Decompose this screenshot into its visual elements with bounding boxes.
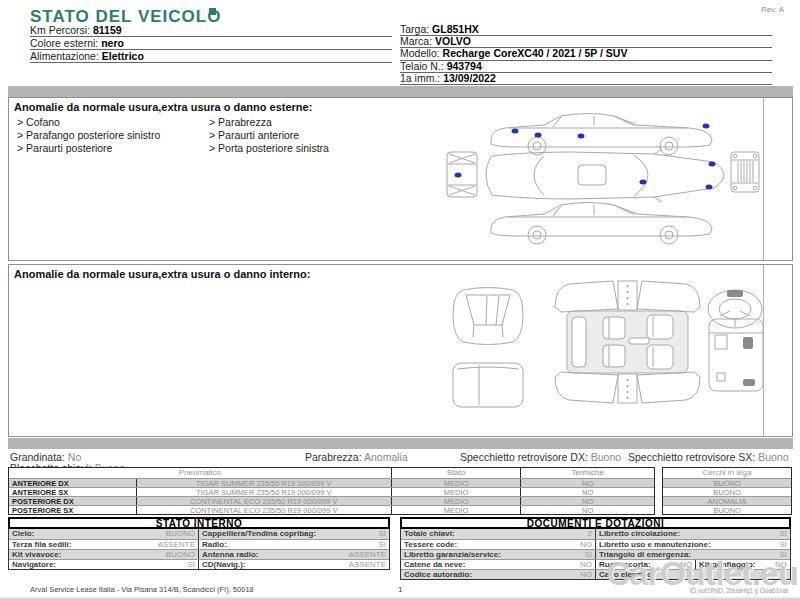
- col-termiche: Termiche: [521, 468, 654, 478]
- alloy-row: BUONO: [663, 487, 791, 496]
- side-view-bottom: [491, 203, 712, 245]
- footer-address: Arval Service Lease Italia - Via Pisana …: [30, 585, 254, 594]
- table-row: Cielo:BUONO Cappelliera/Tendina copribag…: [9, 529, 389, 539]
- revision-label: Rev. A: [761, 5, 784, 14]
- exterior-car-diagram: [421, 104, 761, 256]
- col-cerchi-in-lega: Cerchi in lega: [663, 468, 791, 478]
- table-row: Tessere code:NO Libretto uso e manutenzi…: [401, 539, 790, 549]
- interior-anomalies-panel: Anomalie da normale usura,extra usura o …: [8, 264, 793, 437]
- divider-band: [8, 86, 793, 97]
- alloy-wheels-header: Cerchi in lega: [663, 468, 791, 478]
- col-stato: Stato: [392, 468, 522, 478]
- side-view-top: [491, 114, 712, 156]
- divider-band: [8, 438, 793, 449]
- tire-table: Pneumatico Stato Termiche ANTERIORE DX T…: [8, 467, 655, 515]
- dashboard-view: [708, 290, 763, 391]
- field-marca: Marca: VOLVO: [400, 36, 772, 48]
- tire-row: POSTERIORE SX CONTINENTAL ECO 235/50 R19…: [9, 505, 654, 514]
- alloy-wheels-table: Cerchi in lega BUONO BUONO ANOMALIA BUON…: [662, 467, 792, 515]
- damage-item: > Cofano: [17, 116, 160, 129]
- roof-liner-view: [453, 363, 523, 407]
- alloy-row: BUONO: [663, 478, 791, 487]
- field-telaio: Telaio N.: 943794: [400, 61, 772, 73]
- exterior-damage-list-left: > Cofano > Parafango posteriore sinistro…: [17, 116, 160, 155]
- panel-divider-line: [763, 98, 764, 260]
- tire-row: ANTERIORE DX TIGAR SUMMER 235/50 R19 000…: [9, 478, 654, 487]
- damage-item: > Parabrezza: [209, 116, 329, 129]
- damage-item: > Parafango posteriore sinistro: [17, 129, 160, 142]
- page-bottom-edge: [0, 596, 800, 600]
- tire-table-header: Pneumatico Stato Termiche: [9, 468, 654, 478]
- rear-view: [731, 152, 759, 192]
- footer-page-number: 1: [398, 585, 402, 594]
- col-pneumatico: Pneumatico: [9, 468, 392, 478]
- exterior-panel-title: Anomalie da normale usura,extra usura o …: [14, 101, 312, 113]
- header-fields-left: Km Percorsi: 81159 Colore esterni: nero …: [30, 24, 392, 63]
- field-targa: Targa: GL851HX: [400, 24, 772, 36]
- documenti-title: DOCUMENTI E DOTAZIONI: [400, 517, 791, 529]
- interior-car-diagram: [435, 273, 790, 431]
- exterior-damage-list-right: > Parabrezza > Paraurti anteriore > Port…: [209, 116, 329, 155]
- cabin-view: [555, 281, 700, 403]
- field-prima-immatricolazione: 1a imm.: 13/09/2022: [400, 73, 772, 85]
- field-colore-esterni: Colore esterni: nero: [30, 37, 392, 50]
- alloy-row: BUONO: [663, 505, 791, 514]
- stato-interno-title: STATO INTERNO: [8, 517, 390, 529]
- table-row: Navigatore:SI CD(Navig.):ASSENTE: [9, 559, 389, 569]
- interior-panel-title: Anomalie da normale usura,extra usura o …: [14, 268, 310, 280]
- alloy-row: ANOMALIA: [663, 496, 791, 505]
- trunk-view: [453, 288, 523, 345]
- exterior-anomalies-panel: Anomalie da normale usura,extra usura o …: [8, 97, 793, 261]
- field-alimentazione: Alimentazione: Elettrico: [30, 50, 392, 63]
- caroutlet-watermark: CarOutlet.eu: [606, 554, 798, 593]
- table-row: Totale chiavi:2 Libretto circolazione:SI: [401, 529, 790, 539]
- top-view: [486, 149, 724, 202]
- title-marker-square: [209, 8, 216, 15]
- stato-interno-table: STATO INTERNO Cielo:BUONO Cappelliera/Te…: [8, 517, 390, 570]
- header-fields-right: Targa: GL851HX Marca: VOLVO Modello: Rec…: [400, 24, 772, 85]
- field-modello: Modello: Recharge CoreXC40 / 2021 / 5P /…: [400, 48, 772, 60]
- vehicle-report-page: STATO DEL VEICOLO Rev. A Km Percorsi: 81…: [0, 0, 800, 600]
- front-view: [447, 152, 477, 197]
- damage-item: > Paraurti anteriore: [209, 129, 329, 142]
- tire-row: POSTERIORE DX CONTINENTAL ECO 235/50 R19…: [9, 496, 654, 505]
- panel-divider-line: [763, 265, 764, 436]
- damage-item: > Porta posteriore sinistra: [209, 142, 329, 155]
- table-row: Terza fila sedili:ASSENTE Radio:SI: [9, 539, 389, 549]
- damage-item: > Paraurti posteriore: [17, 142, 160, 155]
- field-km-percorsi: Km Percorsi: 81159: [30, 24, 392, 37]
- status-specchietto-sx: Specchietto retrovisore SX: Buono: [628, 451, 789, 463]
- table-row: Kit vivavoce:BUONO Antenna radio:ASSENTE: [9, 549, 389, 559]
- status-parabrezza: Parabrezza: Anomalia: [305, 451, 408, 463]
- tire-row: ANTERIORE SX TIGAR SUMMER 235/50 R19 000…: [9, 487, 654, 496]
- status-specchietto-dx: Specchietto retrovisore DX: Buono: [460, 451, 621, 463]
